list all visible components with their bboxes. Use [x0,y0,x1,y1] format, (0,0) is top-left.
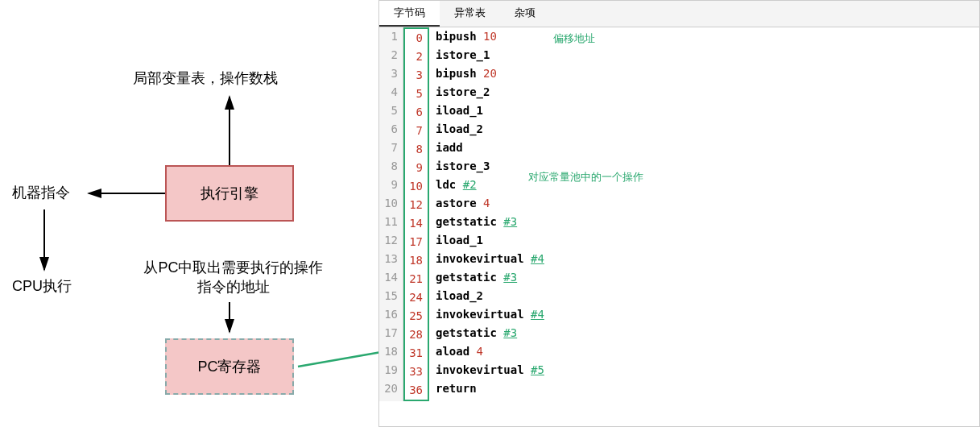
label-from-pc: 从PC中取出需要执行的操作指令的地址 [141,258,326,296]
tab-exception[interactable]: 异常表 [440,1,500,27]
jvm-diagram: 局部变量表，操作数栈 执行引擎 机器指令 CPU执行 从PC中取出需要执行的操作… [0,0,378,427]
label-cpu: CPU执行 [12,276,72,296]
box-pc-register: PC寄存器 [165,338,294,395]
bytecode-panel: 字节码 异常表 杂项 12345678910111213141516171819… [378,0,980,427]
label-local-vars: 局部变量表，操作数栈 [133,68,278,88]
annotation-offset-addr: 偏移地址 [553,29,595,48]
tab-bytecode[interactable]: 字节码 [379,1,440,27]
box-engine: 执行引擎 [165,165,294,222]
label-machine-instr: 机器指令 [12,183,70,202]
instruction-column: bipush 10istore_1bipush 20istore_2iload_… [429,27,979,401]
code-body: 1234567891011121314151617181920 02356789… [379,27,979,401]
tab-misc[interactable]: 杂项 [500,1,550,27]
line-gutter: 1234567891011121314151617181920 [379,27,403,401]
offset-column: 02356789101214171821242528313336 [403,27,429,401]
annotation-const-pool: 对应常量池中的一个操作 [528,168,643,186]
tabs: 字节码 异常表 杂项 [379,1,979,27]
